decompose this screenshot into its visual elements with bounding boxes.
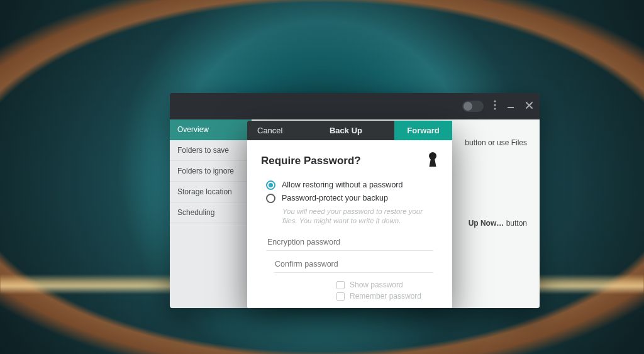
svg-point-1 bbox=[494, 104, 496, 106]
cancel-button[interactable]: Cancel bbox=[247, 121, 297, 140]
svg-rect-3 bbox=[508, 107, 514, 108]
checkbox-icon bbox=[336, 281, 345, 289]
cancel-label: Cancel bbox=[257, 126, 282, 135]
radio-icon bbox=[266, 194, 275, 203]
sidebar-item-folders-ignore[interactable]: Folders to ignore bbox=[170, 161, 252, 182]
radio-icon bbox=[266, 180, 275, 190]
checkbox-label: Remember password bbox=[350, 292, 421, 301]
dialog-title: Back Up bbox=[297, 121, 394, 140]
dialog-heading: Require Password? bbox=[261, 155, 361, 167]
radio-label: Password-protect your backup bbox=[282, 194, 388, 202]
content-hint-files: button or use Files bbox=[465, 138, 527, 147]
forward-label: Forward bbox=[407, 126, 439, 135]
forward-button[interactable]: Forward bbox=[394, 121, 452, 140]
password-protect-help: You will need your password to restore y… bbox=[282, 207, 438, 226]
dialog-heading-row: Require Password? bbox=[261, 152, 438, 170]
radio-password-protect[interactable]: Password-protect your backup bbox=[266, 194, 438, 203]
sidebar-item-overview[interactable]: Overview bbox=[170, 119, 252, 140]
require-password-dialog: Cancel Back Up Forward Require Password?… bbox=[247, 121, 452, 308]
encryption-password-input[interactable] bbox=[266, 234, 433, 251]
sidebar-item-label: Overview bbox=[177, 125, 209, 134]
dialog-body: Require Password? Allow restoring withou… bbox=[247, 140, 452, 308]
svg-point-2 bbox=[494, 108, 496, 109]
sidebar-item-label: Storage location bbox=[177, 187, 232, 196]
confirm-password-input[interactable] bbox=[274, 256, 433, 273]
checkbox-label: Show password bbox=[350, 280, 403, 289]
sidebar-item-label: Scheduling bbox=[177, 208, 214, 217]
svg-point-0 bbox=[494, 100, 496, 102]
checkbox-icon bbox=[336, 292, 345, 301]
sidebar-item-folders-save[interactable]: Folders to save bbox=[170, 140, 252, 161]
sidebar-item-label: Folders to save bbox=[177, 146, 229, 155]
sidebar: Overview Folders to save Folders to igno… bbox=[170, 119, 252, 308]
close-icon[interactable] bbox=[525, 101, 533, 112]
sidebar-item-scheduling[interactable]: Scheduling bbox=[170, 202, 252, 223]
dialog-header: Cancel Back Up Forward bbox=[247, 121, 452, 140]
app-titlebar[interactable] bbox=[170, 93, 540, 119]
kebab-menu-icon[interactable] bbox=[494, 100, 496, 113]
remember-password-checkbox[interactable]: Remember password bbox=[336, 292, 438, 301]
minimize-icon[interactable] bbox=[506, 101, 515, 112]
automatic-backup-toggle[interactable] bbox=[462, 101, 484, 112]
show-password-checkbox[interactable]: Show password bbox=[336, 280, 438, 289]
sidebar-item-storage-location[interactable]: Storage location bbox=[170, 182, 252, 202]
desktop-wallpaper: Overview Folders to save Folders to igno… bbox=[0, 0, 644, 354]
content-hint-upnow: Up Now… button bbox=[469, 219, 527, 228]
radio-label: Allow restoring without a password bbox=[282, 180, 402, 189]
keyhole-icon bbox=[427, 152, 438, 170]
radio-allow-no-password[interactable]: Allow restoring without a password bbox=[266, 180, 438, 190]
sidebar-item-label: Folders to ignore bbox=[177, 167, 234, 175]
